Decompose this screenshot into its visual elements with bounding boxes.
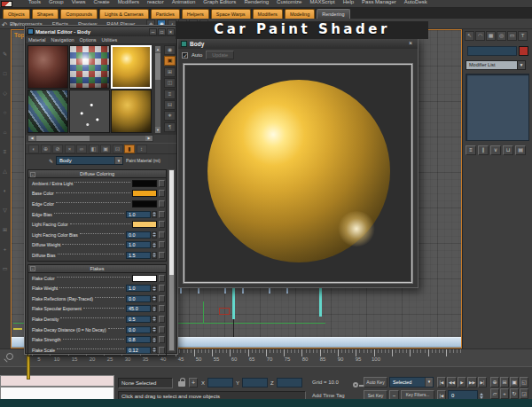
material-editor-menu-item[interactable]: Utilities — [102, 37, 118, 43]
value-field[interactable]: 1.0 — [126, 211, 151, 218]
map-button[interactable] — [159, 241, 165, 248]
sample-type-icon[interactable]: ◉ — [164, 45, 176, 55]
color-swatch[interactable] — [132, 221, 157, 228]
options-icon[interactable]: ∗ — [164, 111, 176, 121]
menu-item[interactable]: Rendering — [244, 0, 269, 6]
play-icon[interactable]: ▶ — [458, 377, 466, 387]
motion-tab-icon[interactable]: ◎ — [497, 31, 506, 41]
menu-item[interactable]: Tools — [28, 0, 41, 6]
maximize-icon[interactable]: □ — [158, 28, 166, 35]
chevron-down-icon[interactable]: ▼ — [425, 378, 433, 387]
collapse-icon[interactable] — [30, 266, 35, 271]
value-field[interactable]: 0.0 — [126, 326, 151, 333]
remove-modifier-icon[interactable]: ⊔ — [503, 145, 513, 155]
viewport-label[interactable]: Top — [14, 32, 24, 38]
shader-window-titlebar[interactable]: Body × — [178, 38, 418, 49]
material-id-icon[interactable]: ▣ — [100, 145, 111, 153]
spinner-arrows[interactable] — [152, 252, 157, 259]
dark-gold-material[interactable] — [111, 90, 152, 133]
go-end-icon[interactable]: ▶| — [478, 377, 487, 387]
chevron-down-icon[interactable]: ▼ — [114, 157, 122, 164]
menu-item[interactable]: Create — [94, 0, 110, 6]
arc-rotate-icon[interactable]: ↻ — [510, 388, 519, 399]
map-button[interactable] — [159, 252, 165, 259]
gold-car-paint-material[interactable] — [111, 45, 152, 89]
map-button[interactable] — [159, 347, 165, 354]
menu-item[interactable]: Help — [343, 0, 354, 6]
pan-icon[interactable]: + — [500, 388, 509, 399]
display-tab-icon[interactable]: ▭ — [507, 31, 517, 41]
axis-value-field[interactable] — [242, 378, 268, 387]
spinner-arrows[interactable] — [152, 347, 157, 354]
spinner-arrows[interactable] — [152, 336, 157, 343]
spinner-arrows[interactable] — [152, 285, 157, 292]
material-editor-menu-item[interactable]: Navigation — [51, 37, 74, 43]
video-color-check-icon[interactable]: ≡ — [164, 90, 176, 99]
put-to-library-icon[interactable]: ◧ — [89, 145, 99, 153]
toolbar-tab[interactable]: Particles — [151, 9, 180, 19]
scroll-left-icon[interactable]: ◀ — [28, 136, 35, 141]
spinner-arrows[interactable] — [152, 316, 157, 323]
auto-checkbox[interactable] — [182, 52, 188, 59]
scrollbar-thumb[interactable] — [155, 53, 160, 80]
scroll-down-icon[interactable]: ▼ — [155, 127, 160, 133]
next-frame-icon[interactable]: ▶▶ — [467, 377, 477, 387]
prev-frame-icon[interactable]: ◀◀ — [447, 377, 457, 387]
toolbar-tab[interactable]: Helpers — [182, 9, 209, 19]
assign-material-icon[interactable]: ⊘ — [52, 145, 63, 153]
axis-value-field[interactable] — [277, 378, 302, 387]
material-editor-menu-item[interactable]: Material — [28, 37, 46, 43]
menu-item[interactable]: MAXScript — [309, 0, 334, 6]
checker-chrome-material[interactable] — [69, 45, 110, 89]
left-toolbar-icon[interactable]: △ — [3, 168, 7, 174]
close-icon[interactable]: × — [167, 28, 175, 35]
collapse-icon[interactable] — [30, 172, 35, 177]
rollout-scrollbar[interactable] — [168, 169, 175, 351]
update-button[interactable]: Update — [206, 51, 234, 59]
show-map-icon[interactable]: ⊡ — [113, 145, 123, 153]
modifier-list-dropdown[interactable]: Modifier List ▼ — [466, 60, 526, 70]
zoom-icon[interactable]: ⊕ — [490, 377, 499, 387]
axis-value-field[interactable] — [207, 378, 233, 387]
material-name-dropdown[interactable]: Body ▼ — [56, 156, 123, 165]
left-toolbar-icon[interactable]: ⊞ — [3, 227, 7, 232]
menu-item[interactable]: Modifiers — [118, 0, 139, 6]
toolbar-tab[interactable]: Space Warps — [211, 9, 251, 19]
map-button[interactable] — [159, 316, 165, 323]
sample-slot-scrollbar-horizontal[interactable]: ◀ ▶ — [27, 135, 153, 142]
configure-stack-icon[interactable]: ▤ — [515, 145, 526, 155]
scroll-right-icon[interactable]: ▶ — [145, 136, 153, 141]
menu-item[interactable]: Graph Editors — [203, 0, 236, 6]
toolbar-tab[interactable]: Objects — [3, 9, 30, 19]
map-button[interactable] — [159, 211, 165, 218]
pick-material-icon[interactable]: ✎ — [49, 158, 53, 164]
show-end-result-icon[interactable]: ∥ — [478, 145, 489, 155]
min-max-toggle-icon[interactable]: ◲ — [520, 388, 528, 399]
menu-item[interactable]: AutoDesk — [404, 0, 427, 6]
value-field[interactable]: 1.0 — [126, 285, 151, 292]
left-toolbar-icon[interactable]: ▭ — [3, 266, 8, 271]
create-tab-icon[interactable]: ↖ — [465, 31, 474, 41]
left-toolbar-icon[interactable]: □ — [4, 71, 7, 76]
go-parent-icon[interactable]: ↕ — [137, 145, 147, 153]
menu-item[interactable]: reactor — [147, 0, 164, 6]
toolbar-tab[interactable]: Shapes — [32, 9, 59, 19]
menu-item[interactable]: Customize — [277, 0, 301, 6]
left-toolbar-icon[interactable]: ▽ — [3, 207, 7, 213]
toolbar-tab[interactable]: Modeling — [285, 9, 315, 19]
reset-map-icon[interactable]: × — [65, 145, 75, 153]
map-button[interactable] — [159, 231, 165, 239]
map-button[interactable] — [159, 305, 165, 312]
map-button[interactable] — [159, 295, 165, 302]
rollout-header[interactable]: Flakes — [28, 265, 166, 273]
minimize-icon[interactable]: ─ — [149, 28, 157, 35]
map-button[interactable] — [159, 275, 165, 282]
menu-item[interactable]: Animation — [172, 0, 196, 6]
menu-item[interactable]: Views — [72, 0, 86, 6]
select-by-material-icon[interactable]: ¶ — [164, 122, 176, 132]
material-editor-titlebar[interactable]: Material Editor - Body ─ □ × — [26, 27, 176, 36]
chevron-down-icon[interactable]: ▼ — [517, 60, 526, 70]
backlight-icon[interactable]: ▣ — [164, 56, 176, 66]
object-color-swatch[interactable] — [519, 46, 528, 56]
spinner-arrows[interactable] — [152, 295, 157, 302]
